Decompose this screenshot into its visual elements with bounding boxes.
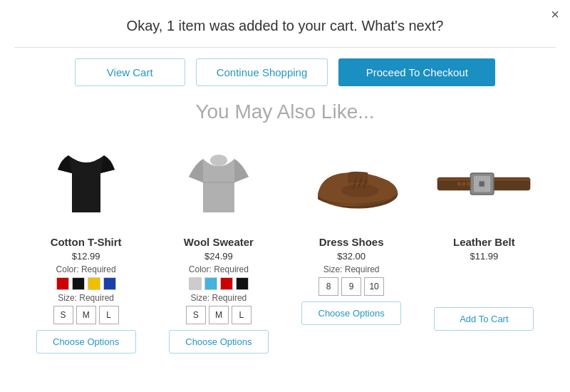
product-price: $32.00 (337, 251, 366, 262)
modal-container: × Okay, 1 item was added to your cart. W… (0, 0, 570, 361)
color-swatch[interactable] (72, 277, 85, 290)
color-swatch[interactable] (56, 277, 69, 290)
product-name: Leather Belt (453, 236, 515, 248)
color-label: Color: Required (189, 264, 249, 274)
svg-point-13 (457, 182, 462, 186)
size-options: SML (53, 306, 119, 324)
size-options: SML (186, 306, 252, 324)
size-label: Size: Required (58, 293, 114, 303)
svg-rect-11 (480, 181, 484, 186)
product-image (36, 138, 136, 230)
product-image (169, 138, 269, 230)
size-button[interactable]: 10 (364, 277, 384, 296)
section-title: You May Also Like... (14, 100, 556, 123)
svg-point-14 (467, 182, 471, 186)
product-card: Cotton T-Shirt$12.99Color: RequiredSize:… (24, 138, 148, 354)
color-swatch[interactable] (189, 277, 202, 290)
close-button[interactable]: × (551, 7, 559, 21)
product-card: Wool Sweater$24.99Color: RequiredSize: R… (156, 138, 281, 354)
color-swatch[interactable] (220, 277, 233, 290)
product-image (434, 138, 534, 230)
product-price: $24.99 (204, 251, 233, 262)
svg-point-3 (341, 184, 378, 197)
color-swatches (189, 277, 249, 290)
svg-point-0 (210, 155, 227, 166)
size-button[interactable]: S (186, 306, 206, 324)
size-label: Size: Required (323, 264, 380, 274)
proceed-checkout-button[interactable]: Proceed To Checkout (338, 58, 495, 86)
product-card: Dress Shoes$32.00Size: Required8910Choos… (289, 138, 414, 354)
size-button[interactable]: S (53, 306, 73, 324)
product-name: Cotton T-Shirt (51, 236, 122, 248)
svg-point-12 (462, 182, 467, 186)
size-button[interactable]: 9 (341, 277, 361, 296)
action-buttons: View Cart Continue Shopping Proceed To C… (14, 58, 556, 86)
size-label: Size: Required (191, 293, 247, 303)
product-card: Leather Belt$11.99Add To Cart (422, 138, 546, 354)
size-button[interactable]: L (99, 306, 119, 324)
color-swatch[interactable] (88, 277, 100, 290)
size-button[interactable]: M (76, 306, 96, 324)
product-image (301, 138, 401, 230)
header-title: Okay, 1 item was added to your cart. Wha… (14, 18, 556, 34)
color-swatch[interactable] (103, 277, 116, 290)
products-grid: Cotton T-Shirt$12.99Color: RequiredSize:… (14, 138, 556, 354)
add-to-cart-button[interactable]: Add To Cart (434, 307, 534, 331)
color-label: Color: Required (56, 264, 116, 274)
size-options: 8910 (318, 277, 384, 296)
choose-options-button[interactable]: Choose Options (36, 330, 136, 354)
product-price: $12.99 (72, 251, 100, 262)
product-name: Wool Sweater (184, 236, 254, 248)
product-name: Dress Shoes (319, 236, 384, 248)
view-cart-button[interactable]: View Cart (75, 58, 185, 86)
continue-shopping-button[interactable]: Continue Shopping (196, 58, 328, 86)
size-button[interactable]: 8 (318, 277, 338, 296)
color-swatches (56, 277, 116, 290)
product-price: $11.99 (470, 251, 498, 262)
size-button[interactable]: L (232, 306, 252, 324)
color-swatch[interactable] (236, 277, 249, 290)
choose-options-button[interactable]: Choose Options (169, 330, 269, 354)
divider (14, 47, 556, 48)
color-swatch[interactable] (204, 277, 217, 290)
size-button[interactable]: M (209, 306, 229, 324)
choose-options-button[interactable]: Choose Options (301, 301, 401, 325)
